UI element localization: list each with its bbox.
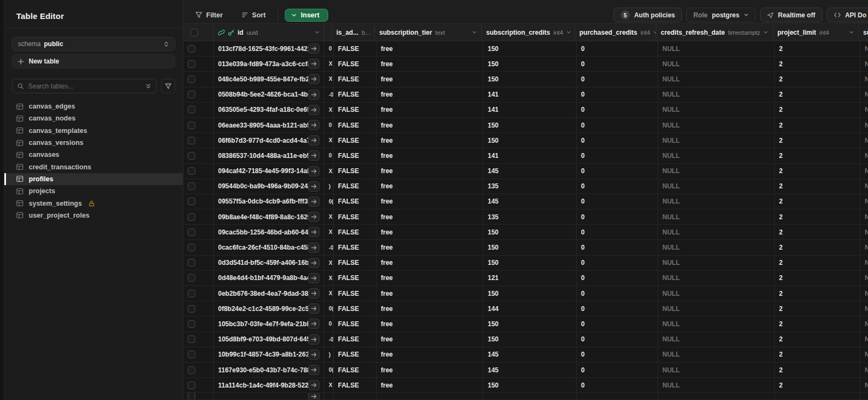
row-checkbox[interactable] (188, 106, 195, 113)
cell-id[interactable]: 105bc3b7-03fe-4e7f-9efa-21bb40... (214, 316, 324, 331)
column-header-subscription-tier[interactable]: subscription_tier text (375, 24, 482, 41)
cell-purchased-credits[interactable]: 0 (577, 164, 658, 179)
cell-clipped[interactable]: NULL (860, 378, 868, 392)
cell-subscription-credits[interactable]: 135 (483, 179, 577, 194)
cell-purchased-credits[interactable]: 0 (577, 209, 658, 224)
cell-id[interactable]: 0508b94b-5ee2-4626-bca1-4bca... (214, 87, 324, 102)
expand-row-button[interactable] (308, 105, 320, 115)
cell-subscription-credits[interactable]: 150 (483, 133, 577, 148)
cell-truncated[interactable]: 0( (324, 194, 334, 209)
cell-credits-refresh-date[interactable]: NULL (658, 133, 775, 148)
cell-subscription-tier[interactable]: free (376, 347, 483, 362)
cell-is-admin[interactable]: FALSE (334, 164, 376, 179)
cell-purchased-credits[interactable]: 0 (577, 271, 658, 285)
cell-credits-refresh-date[interactable]: NULL (658, 164, 775, 179)
cell-subscription-tier[interactable]: free (376, 286, 483, 301)
cell-subscription-tier[interactable]: free (376, 240, 483, 255)
cell-id[interactable]: 09cac5bb-1256-46bd-ab60-64ed... (214, 225, 324, 239)
cell-subscription-credits[interactable]: 150 (483, 41, 577, 56)
cell-clipped[interactable]: NULL (860, 41, 868, 56)
column-header-truncated[interactable] (324, 24, 332, 41)
cell-project-limit[interactable]: 2 (775, 378, 860, 392)
row-checkbox[interactable] (188, 137, 195, 144)
chevron-down-icon[interactable] (472, 30, 477, 35)
row-checkbox[interactable] (188, 75, 195, 83)
cell-project-limit[interactable]: 2 (775, 271, 860, 285)
cell-is-admin[interactable]: FALSE (334, 332, 376, 347)
cell-subscription-credits[interactable]: 150 (483, 72, 577, 86)
cell-purchased-credits[interactable]: 0 (577, 378, 658, 392)
expand-row-button[interactable] (308, 258, 320, 268)
row-checkbox[interactable] (188, 259, 195, 266)
cell-subscription-tier[interactable]: free (376, 194, 483, 209)
row-checkbox[interactable] (188, 366, 195, 374)
cell-is-admin[interactable]: FALSE (334, 41, 376, 56)
cell-truncated[interactable]: ) (324, 347, 334, 362)
cell-clipped[interactable]: NULL (860, 148, 868, 163)
cell-id[interactable]: 0d3d541d-bf5c-459f-a406-16b93... (214, 256, 324, 270)
cell-project-limit[interactable]: 2 (775, 347, 860, 362)
cell-subscription-credits[interactable]: 141 (483, 87, 577, 102)
table-list-item[interactable]: projects (4, 185, 183, 197)
table-list-item[interactable]: canvas_versions (4, 137, 183, 149)
cell-purchased-credits[interactable]: 0 (577, 118, 658, 132)
cell-truncated[interactable]: -0 (324, 332, 334, 347)
cell-is-admin[interactable]: FALSE (334, 194, 376, 209)
cell-subscription-tier[interactable]: free (376, 316, 483, 331)
cell-credits-refresh-date[interactable]: NULL (658, 148, 775, 163)
cell-is-admin[interactable]: FALSE (334, 316, 376, 331)
cell-truncated[interactable]: X (324, 378, 334, 392)
cell-subscription-credits[interactable]: 121 (483, 271, 577, 285)
expand-row-button[interactable] (308, 120, 320, 130)
cell-project-limit[interactable]: 2 (775, 179, 860, 194)
cell-id[interactable]: 06eaee33-8905-4aaa-b121-ab552... (214, 118, 324, 132)
cell-truncated[interactable]: ) (324, 179, 334, 194)
column-header-id[interactable]: id uuid (214, 24, 324, 41)
cell-id[interactable]: 09557f5a-0dcb-4cb9-a6fb-fff366... (214, 194, 324, 209)
cell-clipped[interactable]: NULL (860, 271, 868, 285)
auth-policies-button[interactable]: 5 Auth policies (614, 8, 682, 22)
cell-credits-refresh-date[interactable]: NULL (658, 316, 775, 331)
cell-subscription-credits[interactable]: 150 (483, 256, 577, 270)
expand-row-button[interactable] (308, 303, 320, 314)
table-list-item[interactable]: user_project_roles (4, 209, 183, 221)
cell-credits-refresh-date[interactable]: NULL (658, 363, 775, 377)
cell-subscription-credits[interactable]: 135 (483, 209, 577, 224)
expand-row-button[interactable] (308, 227, 320, 237)
cell-project-limit[interactable]: 2 (775, 332, 860, 347)
cell-project-limit[interactable]: 2 (775, 363, 860, 377)
cell-subscription-credits[interactable]: 150 (483, 286, 577, 301)
cell-subscription-tier[interactable]: free (376, 41, 483, 56)
cell-subscription-credits[interactable]: 150 (483, 316, 577, 331)
cell-truncated[interactable]: X (324, 56, 334, 71)
cell-project-limit[interactable]: 2 (775, 103, 860, 117)
cell-credits-refresh-date[interactable]: NULL (658, 225, 775, 239)
cell-clipped[interactable]: NULL (860, 225, 868, 239)
cell-is-admin[interactable]: FALSE (334, 363, 376, 377)
cell-credits-refresh-date[interactable]: NULL (658, 103, 775, 117)
cell-credits-refresh-date[interactable]: NULL (658, 87, 775, 102)
new-table-button[interactable]: New table (12, 54, 175, 68)
chevron-down-icon[interactable] (315, 30, 320, 35)
cell-clipped[interactable]: NULL (860, 164, 868, 179)
row-checkbox[interactable] (188, 122, 195, 129)
cell-project-limit[interactable]: 2 (775, 72, 860, 86)
cell-is-admin[interactable]: FALSE (334, 378, 376, 392)
cell-clipped[interactable]: NULL (860, 209, 868, 224)
row-checkbox[interactable] (188, 198, 195, 205)
cell-subscription-tier[interactable]: free (376, 301, 483, 316)
cell-clipped[interactable]: NULL (860, 118, 868, 132)
cell-clipped[interactable]: NULL (860, 240, 868, 255)
cell-is-admin[interactable]: FALSE (334, 286, 376, 301)
cell-truncated[interactable]: X (324, 271, 334, 285)
cell-subscription-credits[interactable]: 141 (483, 148, 577, 163)
cell-credits-refresh-date[interactable]: NULL (658, 347, 775, 362)
cell-purchased-credits[interactable]: 0 (577, 179, 658, 194)
cell-id[interactable]: 048c4e50-b989-455e-847e-fb2f... (214, 72, 324, 86)
cell-credits-refresh-date[interactable]: NULL (658, 332, 775, 347)
expand-row-button[interactable] (308, 166, 320, 176)
cell-purchased-credits[interactable]: 0 (577, 301, 658, 316)
table-list-item[interactable]: canvases (4, 149, 183, 161)
cell-credits-refresh-date[interactable]: NULL (658, 118, 775, 132)
cell-project-limit[interactable]: 2 (775, 194, 860, 209)
